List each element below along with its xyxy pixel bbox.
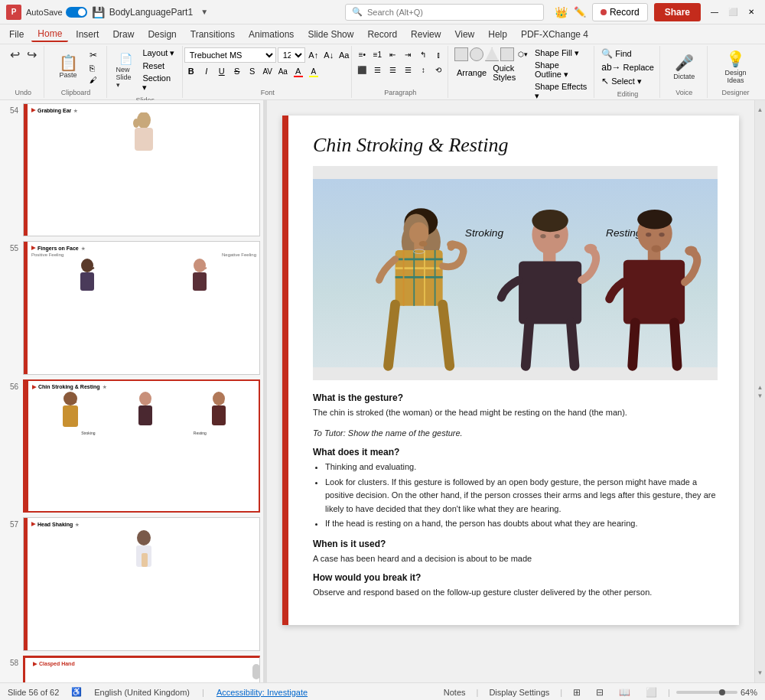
slide-panel[interactable]: 54 ▶ Grabbing Ear ★ (0, 100, 264, 682)
shape-oval[interactable] (470, 47, 483, 61)
align-center-button[interactable]: ☰ (370, 63, 384, 77)
menu-pdfxchange[interactable]: PDF-XChange 4 (515, 28, 594, 41)
zoom-control[interactable]: 64% (676, 688, 757, 697)
right-scrollbar[interactable]: ▲ ▲ ▼ ▼ (754, 100, 765, 682)
numbering-button[interactable]: ≡1 (370, 47, 384, 61)
slide-item-58[interactable]: 58 ▶ Clasped Hand (3, 656, 260, 683)
quick-styles-button[interactable]: QuickStyles (490, 63, 518, 83)
slide-thumb-57[interactable]: ▶ Head Shaking ★ (23, 517, 260, 650)
maximize-button[interactable]: ⬜ (725, 5, 741, 20)
presenter-view-button[interactable]: ⬜ (641, 685, 662, 699)
slide-panel-scrollbar[interactable] (252, 664, 260, 679)
shapes-button[interactable]: ⬡▾ (516, 47, 529, 61)
bold-button[interactable]: B (184, 64, 198, 78)
copy-button[interactable]: ⎘ (87, 63, 99, 73)
notes-button[interactable]: Notes (439, 686, 470, 698)
dropdown-arrow-icon[interactable]: ▼ (200, 8, 208, 16)
font-color-button[interactable]: A (291, 64, 305, 78)
menu-design[interactable]: Design (142, 28, 182, 41)
italic-button[interactable]: I (200, 64, 213, 78)
menu-help[interactable]: Help (482, 28, 513, 41)
search-input[interactable] (367, 8, 537, 17)
bullets-button[interactable]: ≡• (355, 47, 369, 61)
menu-review[interactable]: Review (405, 28, 447, 41)
redo-button[interactable]: ↪ (24, 47, 40, 63)
menu-file[interactable]: File (3, 28, 30, 41)
normal-view-button[interactable]: ⊞ (568, 685, 585, 699)
slide-sorter-button[interactable]: ⊟ (591, 685, 608, 699)
zoom-slider-thumb[interactable] (719, 689, 725, 695)
replace-button[interactable]: ab→ Replace (599, 61, 656, 73)
slide-item-56[interactable]: 56 ▶ Chin Stroking & Resting ★ (3, 379, 260, 513)
indent-decrease-button[interactable]: ⇤ (386, 47, 399, 61)
save-icon[interactable]: 💾 (92, 6, 105, 18)
shape-effects-button[interactable]: Shape Effects ▾ (532, 81, 589, 102)
align-right-button[interactable]: ☰ (386, 63, 399, 77)
shape-tri[interactable] (485, 47, 499, 61)
align-left-button[interactable]: ⬛ (355, 63, 369, 77)
cut-button[interactable]: ✂ (87, 49, 99, 61)
shape-rect[interactable] (454, 47, 468, 61)
columns-button[interactable]: ⫿ (431, 47, 445, 61)
paste-button[interactable]: 📋 Paste (53, 54, 84, 80)
highlight-button[interactable]: A (307, 64, 321, 78)
design-ideas-button[interactable]: 💡 Design Ideas (714, 47, 757, 86)
display-settings-button[interactable]: Display Settings (484, 686, 554, 698)
svg-point-0 (137, 112, 151, 129)
underline-button[interactable]: U (215, 64, 229, 78)
undo-button[interactable]: ↩ (7, 47, 23, 63)
close-button[interactable]: ✕ (744, 5, 759, 20)
menu-transitions[interactable]: Transitions (184, 28, 241, 41)
shape-outline-button[interactable]: Shape Outline ▾ (532, 60, 589, 80)
shape-other[interactable] (500, 47, 514, 61)
slide-thumb-58[interactable]: ▶ Clasped Hand (23, 656, 260, 683)
justify-button[interactable]: ☰ (401, 63, 415, 77)
line-spacing-button[interactable]: ↕ (416, 63, 430, 77)
record-button[interactable]: Record (592, 3, 648, 21)
menu-draw[interactable]: Draw (106, 28, 140, 41)
select-button[interactable]: ↖ Select ▾ (599, 75, 656, 87)
font-name-select[interactable]: Trebuchet MS (184, 47, 276, 63)
change-case-button[interactable]: Aa (276, 64, 290, 78)
main-area: 54 ▶ Grabbing Ear ★ (0, 100, 765, 682)
section-button[interactable]: Section ▾ (140, 73, 177, 93)
slide-item-54[interactable]: 54 ▶ Grabbing Ear ★ (3, 103, 260, 236)
arrange-button[interactable]: Arrange (454, 67, 489, 78)
autosave-toggle[interactable] (66, 7, 87, 18)
clear-format-button[interactable]: Aa (337, 48, 351, 62)
text-direction-button[interactable]: ⟲ (431, 63, 445, 77)
decrease-font-button[interactable]: A↓ (322, 48, 336, 62)
dictate-button[interactable]: 🎤 Dictate (670, 47, 698, 86)
paragraph-group: ≡• ≡1 ⇤ ⇥ ↰ ⫿ ⬛ ☰ ☰ ☰ ↕ ⟲ Paragraph (353, 46, 448, 98)
char-spacing-button[interactable]: AV (261, 64, 275, 78)
find-button[interactable]: 🔍 Find (599, 47, 656, 60)
shadow-button[interactable]: S (246, 64, 259, 78)
slide-thumb-56[interactable]: ▶ Chin Stroking & Resting ★ (23, 379, 260, 513)
rtl-button[interactable]: ↰ (416, 47, 430, 61)
increase-font-button[interactable]: A↑ (307, 48, 321, 62)
reading-view-button[interactable]: 📖 (614, 685, 635, 699)
slide-item-57[interactable]: 57 ▶ Head Shaking ★ (3, 517, 260, 650)
shape-fill-button[interactable]: Shape Fill ▾ (532, 47, 589, 59)
new-slide-button[interactable]: 📄 NewSlide ▾ (113, 51, 139, 90)
accessibility-label[interactable]: Accessibility: Investigate (216, 688, 308, 697)
slide-thumb-55[interactable]: ▶ Fingers on Face ★ Positive Feeling Neg… (23, 241, 260, 374)
font-size-select[interactable]: 12 (278, 47, 305, 63)
minimize-button[interactable]: — (707, 5, 722, 20)
reset-button[interactable]: Reset (140, 60, 177, 71)
slide-thumb-54[interactable]: ▶ Grabbing Ear ★ (23, 103, 260, 236)
layout-button[interactable]: Layout ▾ (140, 47, 177, 59)
menu-animations[interactable]: Animations (243, 28, 300, 41)
menu-view[interactable]: View (448, 28, 480, 41)
slide-item-55[interactable]: 55 ▶ Fingers on Face ★ Positive Feeling … (3, 241, 260, 374)
zoom-slider[interactable] (676, 691, 737, 694)
strikethrough-button[interactable]: S (230, 64, 244, 78)
menu-record[interactable]: Record (361, 28, 403, 41)
menu-home[interactable]: Home (31, 27, 68, 42)
share-button[interactable]: Share (654, 3, 701, 21)
format-painter-button[interactable]: 🖌 (87, 75, 99, 85)
menu-insert[interactable]: Insert (70, 28, 105, 41)
menu-slideshow[interactable]: Slide Show (301, 28, 360, 41)
indent-increase-button[interactable]: ⇥ (401, 47, 415, 61)
search-box[interactable]: 🔍 (345, 4, 544, 21)
